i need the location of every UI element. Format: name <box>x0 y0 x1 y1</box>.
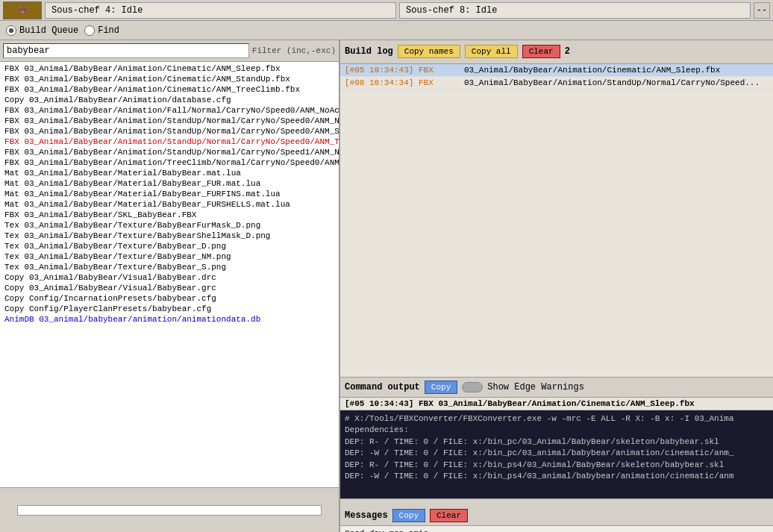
right-panel: Build log Copy names Copy all Clear 2 [#… <box>340 40 773 532</box>
search-bar: Filter (inc,-exc) <box>0 40 339 62</box>
table-row[interactable]: [#08 10:34:34] FBX03_Animal/BabyBear/Ani… <box>340 77 773 90</box>
show-edge-warnings-label: Show Edge Warnings <box>487 382 584 392</box>
list-item[interactable]: FBX 03_Animal/BabyBear/Animation/Cinemat… <box>0 84 339 95</box>
copy-all-button[interactable]: Copy all <box>465 45 518 58</box>
sous-chef-8-label: Sous-chef 8: Idle <box>399 2 751 19</box>
avatar-icon: 🐻 <box>3 1 42 19</box>
message-line: Good day mes amis, <box>345 529 769 532</box>
list-item[interactable]: FBX 03_Animal/BabyBear/Animation/Cinemat… <box>0 63 339 74</box>
list-item[interactable]: Mat 03_Animal/BabyBear/Material/BabyBear… <box>0 168 339 178</box>
log-row-path: 03_Animal/BabyBear/Animation/Cinematic/A… <box>464 66 720 75</box>
build-log-clear-button[interactable]: Clear <box>522 45 560 58</box>
list-item[interactable]: FBX 03_Animal/BabyBear/Animation/StandUp… <box>0 137 339 147</box>
list-item[interactable]: Tex 03_Animal/BabyBear/Texture/BabyBearS… <box>0 231 339 241</box>
show-edge-warnings-toggle[interactable] <box>462 382 483 392</box>
find-label: Find <box>98 25 119 36</box>
main-layout: Filter (inc,-exc) FBX 03_Animal/BabyBear… <box>0 40 773 532</box>
cmd-line: DEP: R- / TIME: 0 / FILE: x:/bin_ps4/03_… <box>345 460 769 471</box>
list-item[interactable]: Copy 03_Animal/BabyBear/Visual/BabyBear.… <box>0 283 339 293</box>
messages-clear-button[interactable]: Clear <box>430 509 468 522</box>
log-row-path: 03_Animal/BabyBear/Animation/StandUp/Nor… <box>464 78 760 87</box>
build-queue-radio-group: Build Queue <box>6 25 78 36</box>
command-output-copy-button[interactable]: Copy <box>425 381 457 394</box>
horizontal-scrollbar[interactable] <box>340 498 773 506</box>
build-log-table: [#05 10:34:43] FBX03_Animal/BabyBear/Ani… <box>340 64 773 378</box>
list-item[interactable]: Copy 03_Animal/BabyBear/Visual/BabyBear.… <box>0 272 339 283</box>
messages-copy-button[interactable]: Copy <box>392 509 425 522</box>
progress-bar <box>17 505 322 516</box>
list-item[interactable]: FBX 03_Animal/BabyBear/Animation/StandUp… <box>0 126 339 137</box>
file-list: FBX 03_Animal/BabyBear/Animation/Cinemat… <box>0 62 339 487</box>
build-log-header: Build log Copy names Copy all Clear 2 <box>340 40 773 64</box>
command-output-header: Command output Copy Show Edge Warnings <box>340 378 773 398</box>
command-output-section-label: Command output <box>345 382 420 392</box>
sous-chef-4-label: Sous-chef 4: Idle <box>45 2 396 19</box>
search-input[interactable] <box>3 43 249 58</box>
command-output-content: # X:/Tools/FBXConverter/FBXConverter.exe… <box>340 410 773 498</box>
build-queue-label: Build Queue <box>19 25 78 36</box>
list-item[interactable]: Tex 03_Animal/BabyBear/Texture/BabyBearF… <box>0 220 339 231</box>
toolbar: Build Queue Find <box>0 21 773 40</box>
log-row-id: [#05 10:34:43] FBX <box>345 66 464 75</box>
cmd-line: # X:/Tools/FBXConverter/FBXConverter.exe… <box>345 413 769 425</box>
command-output-file-title: [#05 10:34:43] FBX 03_Animal/BabyBear/An… <box>340 398 773 410</box>
build-log-section-label: Build log <box>345 46 393 57</box>
filter-label: Filter (inc,-exc) <box>252 46 336 55</box>
copy-names-button[interactable]: Copy names <box>398 45 460 58</box>
table-row[interactable]: [#05 10:34:43] FBX03_Animal/BabyBear/Ani… <box>340 64 773 77</box>
build-queue-radio[interactable] <box>6 25 16 36</box>
find-radio-group: Find <box>84 25 119 36</box>
list-item[interactable]: FBX 03_Animal/BabyBear/Animation/Fall/No… <box>0 105 339 116</box>
list-item[interactable]: FBX 03_Animal/BabyBear/Animation/TreeCli… <box>0 157 339 168</box>
list-item[interactable]: Tex 03_Animal/BabyBear/Texture/BabyBear_… <box>0 241 339 251</box>
log-row-id: [#08 10:34:34] FBX <box>345 78 464 87</box>
top-bar: 🐻 Sous-chef 4: Idle Sous-chef 8: Idle -- <box>0 0 773 21</box>
dash-button[interactable]: -- <box>754 2 770 19</box>
build-log-count: 2 <box>565 46 570 57</box>
list-item[interactable]: FBX 03_Animal/BabyBear/Animation/StandUp… <box>0 116 339 126</box>
cmd-line: DEP: -W / TIME: 0 / FILE: x:/bin_ps4/03_… <box>345 471 769 482</box>
list-item[interactable]: FBX 03_Animal/BabyBear/Animation/Cinemat… <box>0 74 339 84</box>
list-item[interactable]: Mat 03_Animal/BabyBear/Material/BabyBear… <box>0 199 339 210</box>
left-bottom-panel <box>0 487 339 532</box>
list-item[interactable]: Copy Config/IncarnationPresets/babybear.… <box>0 293 339 304</box>
list-item[interactable]: Tex 03_Animal/BabyBear/Texture/BabyBear_… <box>0 262 339 272</box>
list-item[interactable]: Copy 03_Animal/BabyBear/Animation/databa… <box>0 95 339 105</box>
left-panel: Filter (inc,-exc) FBX 03_Animal/BabyBear… <box>0 40 340 532</box>
messages-content: Good day mes amis,Our kitchen is equippe… <box>340 526 773 532</box>
list-item[interactable]: Mat 03_Animal/BabyBear/Material/BabyBear… <box>0 178 339 189</box>
command-output-selected-file: [#05 10:34:43] FBX 03_Animal/BabyBear/An… <box>345 399 695 408</box>
find-radio[interactable] <box>84 25 95 36</box>
cmd-line: DEP: -W / TIME: 0 / FILE: x:/bin_pc/03_a… <box>345 448 769 459</box>
cmd-line: Dependencies: <box>345 425 769 436</box>
list-item[interactable]: FBX 03_Animal/BabyBear/SKL_BabyBear.FBX <box>0 210 339 220</box>
list-item[interactable]: Tex 03_Animal/BabyBear/Texture/BabyBear_… <box>0 251 339 262</box>
list-item[interactable]: Copy Config/PlayerClanPresets/babybear.c… <box>0 304 339 314</box>
messages-header: Messages Copy Clear <box>340 505 773 526</box>
list-item[interactable]: FBX 03_Animal/BabyBear/Animation/StandUp… <box>0 147 339 157</box>
list-item[interactable]: AnimDB 03_animal/babybear/animation/anim… <box>0 314 339 325</box>
messages-section-label: Messages <box>345 510 388 521</box>
list-item[interactable]: Mat 03_Animal/BabyBear/Material/BabyBear… <box>0 189 339 199</box>
cmd-line: DEP: R- / TIME: 0 / FILE: x:/bin_pc/03_A… <box>345 436 769 448</box>
